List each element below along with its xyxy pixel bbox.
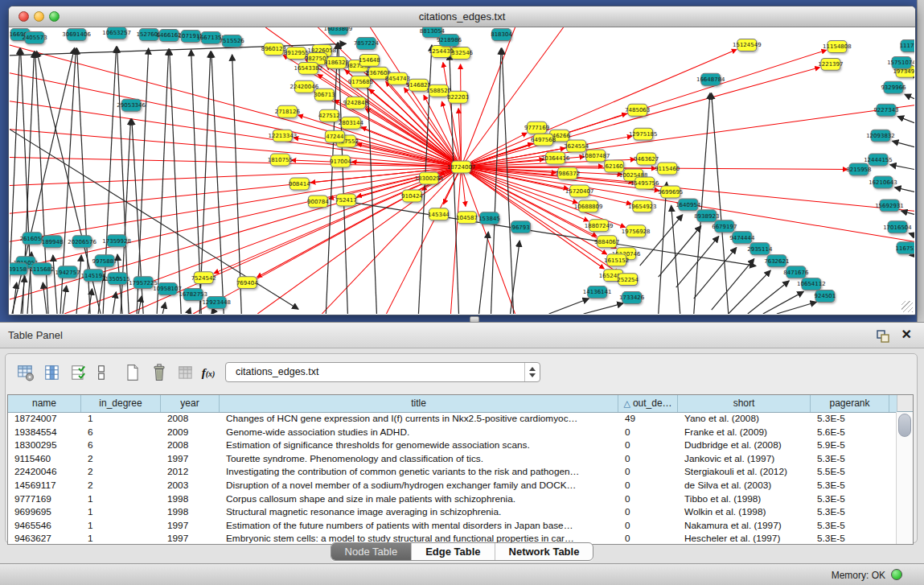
table-cell: 2012 — [161, 465, 220, 479]
scrollbar-thumb[interactable] — [898, 414, 911, 437]
column-header-out_de[interactable]: △out_de… — [618, 395, 678, 412]
sort-ascending-icon: △ — [623, 398, 630, 408]
table-panel-header[interactable]: Table Panel ✕ — [0, 322, 924, 348]
table-row[interactable]: 946554611997Estimation of the future num… — [8, 519, 896, 533]
table-row[interactable]: 1830029562008Estimation of significance … — [8, 439, 896, 452]
column-header-short[interactable]: short — [678, 395, 811, 412]
scrollbar-corner — [897, 395, 913, 412]
column-header-pagerank[interactable]: pagerank — [811, 395, 889, 412]
graph-node-label: 769404 — [236, 280, 258, 286]
graph-edge — [694, 248, 737, 299]
import-table-icon[interactable] — [175, 362, 196, 383]
graph-node-label: 47244 — [326, 134, 344, 140]
graph-node-label: 2935114 — [747, 246, 773, 253]
table-row[interactable]: 969969511998Structural magnetic resonanc… — [8, 505, 896, 519]
tab-network-table[interactable]: Network Table — [495, 543, 593, 560]
node-table: namein_degreeyeartitle△out_de…shortpager… — [7, 394, 914, 545]
graph-node-label: 17957225 — [129, 280, 158, 286]
table-row[interactable]: 1456911722003Disruption of a novel membe… — [8, 479, 896, 492]
graph-node-label: 6679197 — [712, 224, 737, 230]
row-height-icon[interactable] — [91, 362, 112, 383]
float-panel-icon[interactable] — [876, 329, 890, 344]
table-row[interactable]: 911546021997Tourette syndrome. Phenomeno… — [8, 452, 896, 466]
table-cell: 1998 — [161, 505, 220, 519]
graph-node-label: 19654923 — [628, 204, 657, 210]
delete-table-icon[interactable] — [149, 362, 170, 383]
graph-node-label: 7524542 — [191, 275, 216, 282]
graph-node-label: 3624554 — [564, 143, 589, 150]
window-title: citations_edges.txt — [9, 6, 915, 27]
table-cell: Wolkin et al. (1998) — [678, 505, 811, 519]
graph-node-label: 9884067 — [594, 239, 619, 245]
network-table-select[interactable]: citations_edges.txt — [225, 362, 540, 382]
table-cell: 0 — [618, 439, 678, 452]
graph-edge — [901, 211, 914, 214]
graph-node-label: 15692931 — [875, 203, 904, 209]
graph-node-label: 62160 — [606, 163, 623, 170]
create-table-icon[interactable] — [122, 362, 143, 383]
close-panel-icon[interactable]: ✕ — [901, 327, 912, 342]
network-graph[interactable]: 1872400789601238912955182260589827503165… — [10, 27, 914, 314]
graph-node-label: 8938923 — [694, 213, 719, 220]
table-row[interactable]: 977716911998Corpus callosum shape and si… — [8, 492, 896, 506]
table-cell: 5.6E-5 — [811, 426, 889, 439]
graph-node-label: 8960123 — [261, 46, 286, 52]
graph-node-label: 20364416 — [541, 155, 570, 162]
graph-edge — [905, 94, 914, 98]
table-cell: 5.5E-5 — [811, 465, 889, 479]
table-cell: 0 — [618, 426, 678, 439]
table-cell: 9115460 — [8, 452, 81, 466]
window-titlebar[interactable]: citations_edges.txt — [9, 6, 915, 27]
table-row[interactable]: 2242004622012Investigating the contribut… — [8, 465, 896, 479]
select-rows-icon[interactable] — [68, 362, 89, 383]
graph-edge — [76, 255, 81, 314]
tab-node-table[interactable]: Node Table — [331, 543, 412, 560]
table-vertical-scrollbar[interactable] — [896, 412, 913, 544]
column-header-in_degree[interactable]: in_degree — [81, 395, 161, 412]
graph-edge — [138, 296, 142, 314]
table-cell: 1 — [81, 519, 161, 533]
table-cell: Tourette syndrome. Phenomenology and cla… — [220, 452, 618, 466]
table-cell: 49 — [618, 412, 678, 426]
graph-node-label: 116753 — [896, 245, 914, 252]
graph-node-label: 10654112 — [797, 282, 826, 288]
function-builder-icon[interactable]: f(x) — [198, 362, 219, 383]
graph-edge — [257, 167, 461, 314]
close-window-button[interactable] — [18, 11, 29, 22]
graph-node-label: 16033809 — [324, 27, 353, 32]
graph-node-label: 1942757 — [55, 270, 80, 276]
graph-node-label: 16543382 — [294, 65, 323, 72]
desktop-scrollbar[interactable] — [917, 0, 924, 322]
graph-node-label: 145344 — [428, 212, 450, 218]
show-columns-icon[interactable] — [42, 362, 63, 383]
maximize-window-button[interactable] — [49, 11, 60, 22]
minimize-window-button[interactable] — [34, 11, 44, 22]
table-cell: 5.3E-5 — [811, 505, 889, 519]
tab-edge-table[interactable]: Edge Table — [411, 543, 494, 560]
table-cell: Yano et al. (2008) — [678, 412, 811, 426]
column-header-name[interactable]: name — [8, 395, 81, 412]
window-resize-grip[interactable] — [901, 301, 913, 312]
graph-node-label: 10807487 — [581, 153, 610, 159]
graph-node-label: 2718126 — [275, 109, 300, 115]
graph-node-label: 9474444 — [729, 235, 755, 241]
table-cell: 1 — [81, 505, 161, 519]
table-row[interactable]: 1872400712008Changes of HCN gene express… — [8, 412, 896, 426]
column-header-title[interactable]: title — [220, 395, 618, 412]
graph-edge — [339, 43, 348, 314]
table-cell: 2008 — [161, 412, 220, 426]
table-settings-icon[interactable] — [15, 362, 36, 383]
graph-node-label: 10653257 — [102, 30, 131, 36]
graph-node-label: 924501 — [815, 293, 836, 299]
graph-node-label: 1145194 — [81, 273, 107, 279]
table-row[interactable]: 1938455462009Genome-wide association stu… — [8, 426, 896, 439]
table-cell: de Silva et al. (2003) — [678, 479, 811, 492]
network-graph-canvas[interactable]: 1872400789601238912955182260589827503165… — [10, 27, 914, 314]
graph-node-label: 104587 — [456, 215, 478, 221]
column-header-year[interactable]: year — [161, 395, 220, 412]
table-cell: 2 — [81, 465, 161, 479]
graph-edge — [584, 303, 623, 314]
graph-node-label: 1615152 — [604, 257, 629, 264]
table-cell: 0 — [618, 492, 678, 506]
graph-edge — [729, 270, 770, 314]
